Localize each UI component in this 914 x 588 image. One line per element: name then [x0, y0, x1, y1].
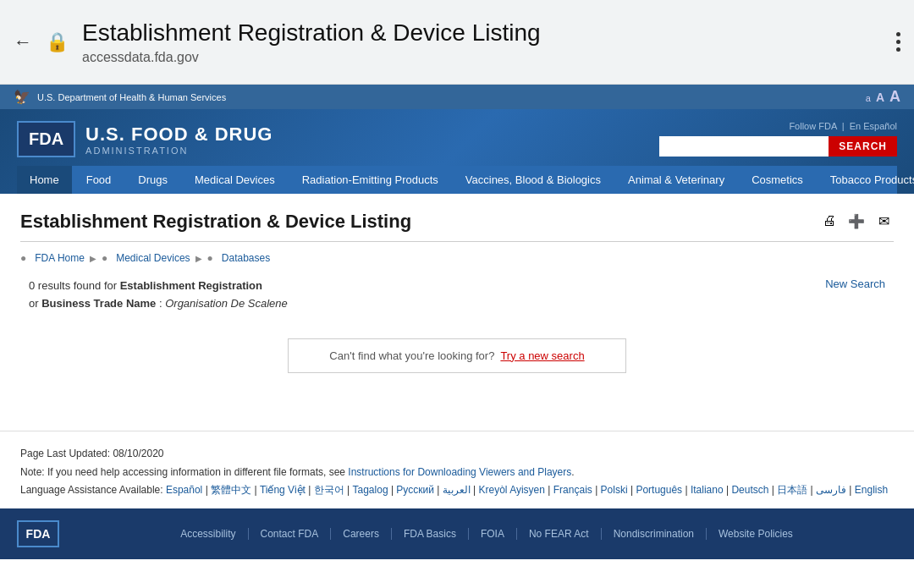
fda-name-sub: ADMINISTRATION [85, 146, 273, 156]
results-value: Organisation De Scalene [165, 297, 288, 310]
fda-agency-name: U.S. FOOD & DRUG ADMINISTRATION [85, 124, 273, 156]
font-size-small[interactable]: a [866, 93, 871, 103]
footer-fda-logo: FDA [17, 520, 59, 547]
lang-link-Italiano[interactable]: Italiano [691, 484, 724, 496]
fda-header: FDA U.S. FOOD & DRUG ADMINISTRATION Foll… [0, 109, 914, 194]
hhs-name: U.S. Department of Health & Human Servic… [37, 92, 226, 102]
try-search-box: Can't find what you're looking for? Try … [288, 338, 626, 373]
footer-link-contact-fda[interactable]: Contact FDA [249, 528, 332, 540]
back-button[interactable]: ← [14, 31, 32, 53]
fda-search-area: Follow FDA | En Español SEARCH [659, 121, 897, 157]
note-text: Note: If you need help accessing informa… [20, 466, 345, 478]
bottom-footer: FDA AccessibilityContact FDACareersFDA B… [0, 508, 914, 559]
results-text: 0 results found for Establishment Regist… [29, 278, 288, 313]
hhs-bar: 🦅 U.S. Department of Health & Human Serv… [0, 85, 914, 109]
plus-icon[interactable]: ➕ [846, 211, 867, 231]
lang-link-English[interactable]: English [855, 484, 888, 496]
lang-label: Language Assistance Available: [20, 484, 166, 496]
nav-item-radiation-emitting-products[interactable]: Radiation-Emitting Products [289, 166, 451, 194]
breadcrumb-item[interactable]: Medical Devices [116, 252, 190, 264]
lang-link-Português[interactable]: Português [636, 484, 682, 496]
breadcrumb-separator: ▶ [90, 254, 96, 263]
footer-link-website-policies[interactable]: Website Policies [707, 528, 805, 540]
footer-link-accessibility[interactable]: Accessibility [168, 528, 248, 540]
footer-link-careers[interactable]: Careers [331, 528, 392, 540]
fda-search-button[interactable]: SEARCH [829, 136, 897, 157]
email-icon[interactable]: ✉ [873, 211, 894, 231]
nav-item-cosmetics[interactable]: Cosmetics [739, 166, 816, 194]
results-prefix: 0 results found for [29, 279, 117, 292]
nav-item-animal-&-veterinary[interactable]: Animal & Veterinary [615, 166, 737, 194]
nav-bar: HomeFoodDrugsMedical DevicesRadiation-Em… [17, 166, 897, 194]
fda-top-links: Follow FDA | En Español [659, 121, 897, 131]
lang-link-한국어[interactable]: 한국어 [314, 484, 344, 496]
en-espanol-link[interactable]: En Español [850, 121, 897, 131]
footer-note: Note: If you need help accessing informa… [20, 464, 894, 482]
cant-find-text: Can't find what you're looking for? [329, 349, 494, 362]
footer-link-foia[interactable]: FOIA [469, 528, 517, 540]
lang-link-繁體中文[interactable]: 繁體中文 [211, 484, 251, 496]
lang-link-Deutsch[interactable]: Deutsch [731, 484, 768, 496]
last-updated-label: Page Last Updated: [20, 448, 110, 459]
font-size-medium[interactable]: A [876, 91, 884, 104]
lang-link-Tiếng Việt[interactable]: Tiếng Việt [260, 484, 306, 496]
breadcrumb-item[interactable]: Databases [222, 252, 270, 264]
results-bold2: Business Trade Name [41, 297, 156, 310]
fda-search-row: SEARCH [659, 136, 897, 157]
page-header-row: Establishment Registration & Device List… [20, 211, 894, 242]
lang-link-Español[interactable]: Español [166, 484, 202, 496]
page-actions: 🖨 ➕ ✉ [819, 211, 894, 231]
fda-search-input[interactable] [659, 136, 829, 157]
browser-title-block: Establishment Registration & Device List… [82, 19, 883, 65]
hhs-eagle-icon: 🦅 [14, 89, 30, 105]
footer-link-fda-basics[interactable]: FDA Basics [392, 528, 469, 540]
footer-link-no-fear-act[interactable]: No FEAR Act [517, 528, 602, 540]
breadcrumb-item[interactable]: FDA Home [35, 252, 85, 264]
footer-link-nondiscrimination[interactable]: Nondiscrimination [602, 528, 707, 540]
browser-page-title: Establishment Registration & Device List… [82, 19, 883, 47]
instructions-link[interactable]: Instructions for Downloading Viewers and… [348, 466, 571, 478]
browser-chrome: ← 🔒 Establishment Registration & Device … [0, 0, 914, 85]
browser-url: accessdata.fda.gov [82, 50, 883, 65]
nav-item-tobacco-products[interactable]: Tobacco Products [818, 166, 914, 194]
font-size-controls[interactable]: a A A [866, 88, 900, 106]
lang-link-العربية[interactable]: العربية [443, 484, 471, 496]
fda-name-main: U.S. FOOD & DRUG [85, 124, 273, 146]
last-updated-date: 08/10/2020 [113, 448, 163, 459]
language-assistance: Language Assistance Available: Español |… [20, 481, 894, 500]
footer-content: Page Last Updated: 08/10/2020 Note: If y… [0, 431, 914, 508]
browser-menu-button[interactable] [896, 32, 900, 52]
breadcrumb: ●FDA Home▶●Medical Devices▶●Databases [20, 252, 894, 264]
nav-item-drugs[interactable]: Drugs [125, 166, 180, 194]
nav-item-food[interactable]: Food [74, 166, 124, 194]
main-content: Establishment Registration & Device List… [0, 194, 914, 431]
lang-link-Français[interactable]: Français [553, 484, 592, 496]
fda-header-top: FDA U.S. FOOD & DRUG ADMINISTRATION Foll… [17, 121, 897, 157]
breadcrumb-separator: ▶ [195, 254, 202, 263]
nav-item-vaccines,-blood-&-biologics[interactable]: Vaccines, Blood & Biologics [453, 166, 614, 194]
fda-logo-box: FDA [17, 121, 75, 157]
nav-item-home[interactable]: Home [17, 166, 72, 194]
font-size-large[interactable]: A [889, 88, 900, 106]
results-section: 0 results found for Establishment Regist… [20, 278, 894, 313]
fda-logo: FDA U.S. FOOD & DRUG ADMINISTRATION [17, 121, 273, 157]
results-bold1: Establishment Registration [120, 279, 262, 292]
page-title: Establishment Registration & Device List… [20, 211, 411, 233]
lang-link-Русский[interactable]: Русский [396, 484, 434, 496]
hhs-left: 🦅 U.S. Department of Health & Human Serv… [14, 89, 226, 105]
lang-link-Kreyòl Ayisyen[interactable]: Kreyòl Ayisyen [478, 484, 545, 496]
follow-fda-link[interactable]: Follow FDA [789, 121, 836, 131]
new-search-link[interactable]: New Search [825, 278, 885, 290]
lang-link-فارسی[interactable]: فارسی [816, 484, 846, 496]
last-updated: Page Last Updated: 08/10/2020 [20, 445, 894, 464]
nav-item-medical-devices[interactable]: Medical Devices [182, 166, 288, 194]
footer-links: AccessibilityContact FDACareersFDA Basic… [76, 528, 897, 540]
print-icon[interactable]: 🖨 [819, 211, 840, 231]
lang-link-Tagalog[interactable]: Tagalog [353, 484, 388, 496]
results-colon: : [159, 297, 162, 310]
results-mid: or [29, 297, 39, 310]
try-new-search-link[interactable]: Try a new search [500, 349, 584, 362]
lock-icon: 🔒 [46, 31, 69, 53]
lang-link-Polski[interactable]: Polski [601, 484, 628, 496]
lang-link-日本語[interactable]: 日本語 [777, 484, 807, 496]
